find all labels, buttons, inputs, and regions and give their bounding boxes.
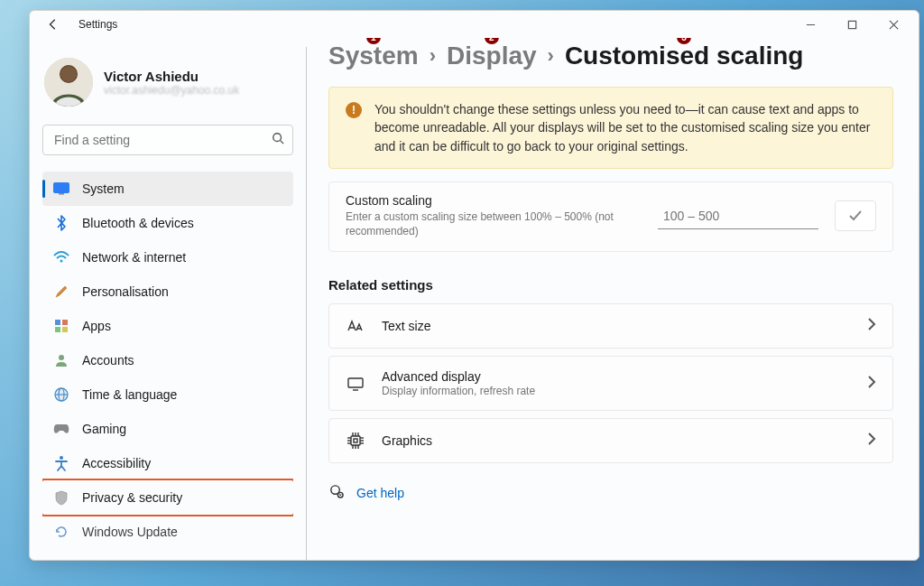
chevron-right-icon: › bbox=[548, 44, 554, 68]
search-icon bbox=[272, 132, 284, 148]
svg-line-8 bbox=[281, 141, 284, 144]
nav-privacy-security[interactable]: Privacy & security bbox=[42, 480, 293, 515]
app-title: Settings bbox=[79, 18, 117, 31]
nav-label: Bluetooth & devices bbox=[82, 216, 194, 230]
svg-rect-14 bbox=[55, 327, 60, 332]
nav-accessibility[interactable]: Accessibility bbox=[42, 446, 293, 480]
chevron-right-icon bbox=[867, 433, 876, 449]
svg-rect-10 bbox=[59, 193, 64, 195]
globe-icon bbox=[53, 386, 69, 403]
nav-bluetooth[interactable]: Bluetooth & devices bbox=[42, 206, 293, 240]
titlebar: Settings bbox=[30, 11, 919, 38]
nav-personalisation[interactable]: Personalisation bbox=[42, 274, 293, 309]
row-title: Advanced display bbox=[382, 369, 851, 384]
nav-label: System bbox=[82, 181, 125, 196]
row-title: Text size bbox=[382, 319, 851, 333]
search-input[interactable] bbox=[42, 125, 293, 155]
chevron-right-icon bbox=[867, 318, 876, 334]
svg-rect-25 bbox=[354, 439, 357, 442]
help-row[interactable]: Get help bbox=[328, 483, 893, 502]
nav-label: Apps bbox=[82, 319, 111, 333]
svg-rect-9 bbox=[54, 183, 69, 193]
profile-name: Victor Ashiedu bbox=[104, 69, 239, 84]
nav-label: Personalisation bbox=[82, 284, 169, 299]
svg-rect-13 bbox=[62, 320, 68, 325]
svg-point-6 bbox=[60, 66, 77, 82]
row-text-size[interactable]: Text size bbox=[328, 303, 893, 349]
svg-rect-22 bbox=[348, 378, 363, 387]
avatar bbox=[44, 58, 93, 107]
apps-icon bbox=[53, 318, 69, 334]
nav-time-language[interactable]: Time & language bbox=[42, 377, 293, 412]
nav-apps[interactable]: Apps bbox=[42, 309, 293, 343]
minimize-button[interactable] bbox=[790, 12, 830, 37]
breadcrumb-customised-scaling: Customised scaling 3 bbox=[565, 42, 804, 70]
chevron-right-icon: › bbox=[430, 44, 436, 68]
help-link[interactable]: Get help bbox=[356, 486, 404, 500]
main-panel: System 1 › Display 2 › Customised scalin… bbox=[307, 38, 919, 560]
nav-label: Accounts bbox=[82, 353, 134, 367]
svg-point-7 bbox=[273, 134, 282, 142]
svg-point-16 bbox=[59, 355, 64, 360]
svg-point-20 bbox=[55, 388, 68, 401]
nav-gaming[interactable]: Gaming bbox=[42, 412, 293, 446]
settings-window: Settings Victor Ashiedu victor.ashiedu@y… bbox=[29, 10, 919, 561]
nav-label: Windows Update bbox=[82, 525, 178, 539]
display-icon bbox=[53, 181, 69, 197]
nav-accounts[interactable]: Accounts bbox=[42, 343, 293, 377]
svg-rect-24 bbox=[351, 436, 360, 445]
row-sub: Display information, refresh rate bbox=[382, 385, 851, 397]
accessibility-icon bbox=[53, 455, 69, 471]
help-icon bbox=[328, 483, 344, 502]
sidebar: Victor Ashiedu victor.ashiedu@yahoo.co.u… bbox=[30, 38, 306, 560]
text-size-icon bbox=[346, 317, 365, 335]
breadcrumb: System 1 › Display 2 › Customised scalin… bbox=[328, 42, 893, 70]
warning-banner: ! You shouldn't change these settings un… bbox=[328, 87, 893, 169]
bluetooth-icon bbox=[53, 215, 69, 231]
nav-label: Gaming bbox=[82, 422, 126, 436]
row-advanced-display[interactable]: Advanced display Display information, re… bbox=[328, 356, 893, 411]
nav-network[interactable]: Network & internet bbox=[42, 240, 293, 274]
custom-scaling-row: Custom scaling Enter a custom scaling si… bbox=[328, 181, 893, 252]
chip-icon bbox=[346, 432, 365, 450]
gaming-icon bbox=[53, 421, 69, 437]
brush-icon bbox=[53, 284, 69, 300]
nav-windows-update[interactable]: Windows Update bbox=[42, 515, 293, 549]
svg-point-11 bbox=[60, 260, 63, 263]
svg-rect-15 bbox=[62, 327, 68, 332]
nav-list: System Bluetooth & devices Network & int… bbox=[42, 172, 293, 560]
scaling-input[interactable] bbox=[658, 202, 818, 229]
warning-text: You shouldn't change these settings unle… bbox=[374, 100, 876, 155]
maximize-button[interactable] bbox=[832, 12, 872, 37]
related-settings-title: Related settings bbox=[328, 277, 893, 293]
nav-system[interactable]: System bbox=[42, 172, 293, 206]
breadcrumb-system[interactable]: System 1 bbox=[328, 42, 419, 70]
confirm-button[interactable] bbox=[835, 200, 876, 231]
person-icon bbox=[53, 352, 69, 368]
shield-icon bbox=[53, 489, 69, 506]
profile-block[interactable]: Victor Ashiedu victor.ashiedu@yahoo.co.u… bbox=[44, 58, 293, 107]
profile-email: victor.ashiedu@yahoo.co.uk bbox=[104, 84, 239, 97]
nav-label: Network & internet bbox=[82, 250, 186, 265]
monitor-icon bbox=[346, 375, 365, 393]
nav-label: Accessibility bbox=[82, 456, 151, 470]
warning-icon: ! bbox=[346, 102, 362, 118]
chevron-right-icon bbox=[867, 376, 876, 392]
svg-rect-1 bbox=[848, 21, 855, 28]
wifi-icon bbox=[53, 249, 69, 265]
window-controls bbox=[790, 12, 913, 37]
close-button[interactable] bbox=[873, 12, 913, 37]
row-title: Graphics bbox=[382, 433, 851, 448]
nav-label: Privacy & security bbox=[82, 490, 182, 505]
row-graphics[interactable]: Graphics bbox=[328, 418, 893, 463]
breadcrumb-display[interactable]: Display 2 bbox=[447, 42, 537, 70]
svg-point-21 bbox=[60, 456, 63, 460]
back-button[interactable] bbox=[42, 14, 64, 35]
update-icon bbox=[53, 524, 69, 540]
custom-scaling-sub: Enter a custom scaling size between 100%… bbox=[346, 209, 634, 238]
svg-rect-12 bbox=[55, 320, 60, 325]
nav-label: Time & language bbox=[82, 387, 177, 402]
custom-scaling-title: Custom scaling bbox=[346, 193, 642, 208]
